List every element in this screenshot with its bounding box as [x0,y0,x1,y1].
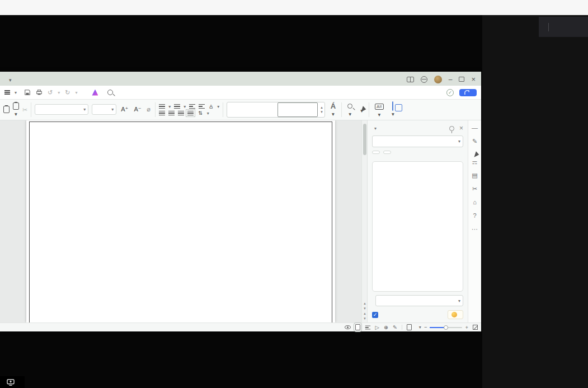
wps-restore-button[interactable] [459,77,464,82]
smart-typeset-button[interactable] [448,310,463,319]
os-titlebar [0,0,588,15]
align-left-icon[interactable] [159,111,165,115]
play-view-icon[interactable]: ▷ [375,324,379,330]
bookmark-icon[interactable]: ⌂ [473,199,477,205]
fullscreen-icon[interactable] [473,325,478,330]
participant-sidebar [482,15,588,388]
redo-icon[interactable]: ↻ [65,89,70,96]
font-size-select[interactable]: ▾ [92,104,116,115]
style-gallery-item[interactable] [227,102,276,117]
style-set-button[interactable]: Á ▾ [328,102,338,117]
table-cell[interactable] [29,121,332,322]
sync-status-icon[interactable]: ✓ [446,89,454,96]
speaking-indicator [539,17,588,37]
styles-panel-chevron-icon[interactable]: ▾ [374,126,377,131]
typeset-icon: A≡ [375,104,384,110]
notes-icon[interactable]: ▤ [472,172,477,179]
wps-close-button[interactable]: × [471,75,476,83]
member-coin-icon [451,312,457,317]
zoom-in-button[interactable]: + [465,324,468,330]
collapse-icon[interactable]: — [472,125,478,131]
cut-tool-icon[interactable]: ✂ [472,186,477,192]
paste-icon [13,102,19,110]
document-canvas[interactable] [0,120,361,322]
clear-format-icon[interactable]: ⌀ [146,106,152,113]
document-page[interactable] [26,120,335,322]
styles-panel-close-icon[interactable]: × [459,124,463,132]
more-icon[interactable]: ⋯ [472,226,478,232]
paste-button[interactable]: ▾ [13,102,19,117]
edit-mode-icon[interactable]: ✎ [393,324,397,330]
align-center-icon[interactable] [168,111,175,115]
justify-icon[interactable] [187,111,194,115]
line-spacing-icon[interactable]: ⇅ [197,110,204,116]
split-view-icon[interactable] [407,77,414,82]
style-gallery-item-selected[interactable] [277,102,318,117]
outdent-icon[interactable] [189,104,195,109]
print-icon[interactable] [36,89,43,96]
wps-ai-button[interactable] [92,90,100,96]
wps-toolbar: ▾ ✂ ▾ ▾ A⁺ A⁻ ⌀ ▾ ▾ [0,99,481,120]
document-scrollbar[interactable]: ▲▼▲▼ [361,120,367,322]
style-pen-icon: Á [331,102,336,110]
bullet-list-icon[interactable] [159,104,165,109]
scrollbar-thumb[interactable] [363,124,366,155]
pin-icon[interactable] [449,126,454,131]
styles-panel: ▾ × ▾ [367,120,468,322]
clear-format-button[interactable] [383,151,391,154]
cut-icon[interactable]: ✂ [22,106,27,114]
wps-ai-icon [92,90,98,96]
wps-tab-bar: ▾ – × [0,72,481,86]
tab-list-chevron-icon[interactable]: ▾ [9,77,12,86]
properties-icon[interactable]: ⚎ [472,159,478,165]
page-view-icon[interactable] [355,324,360,330]
hamburger-icon [4,92,10,92]
share-arrow-icon [464,90,469,95]
typeset-button[interactable]: A≡ ▾ [373,102,386,118]
indent-icon[interactable] [199,104,205,109]
show-preview-checkbox[interactable]: ✓ [372,312,378,318]
decrease-font-icon[interactable]: A⁻ [133,106,142,113]
help-icon[interactable]: ? [473,213,476,219]
style-list [372,161,463,292]
meeting-stage: ▾ – × ▾ ↺▾ ↻▾ [0,15,588,388]
wps-minimize-button[interactable]: – [449,76,453,83]
select-button[interactable]: ▾ [358,106,365,114]
new-style-button[interactable] [372,151,380,154]
increase-font-icon[interactable]: A⁺ [120,106,129,113]
show-filter-select[interactable]: ▾ [375,295,463,306]
share-button[interactable] [459,89,477,96]
save-icon[interactable] [24,89,31,96]
file-menu[interactable]: ▾ [4,90,17,95]
number-list-icon[interactable] [174,104,180,109]
scrollbar-page-buttons[interactable]: ▲▼▲▼ [362,301,368,321]
wps-window: ▾ – × ▾ ↺▾ ↻▾ [0,72,481,331]
screen-share-icon [7,379,15,386]
outline-view-icon[interactable] [365,325,370,329]
task-pane-strip: — ✎ ⚎ ▤ ✂ ⌂ ? ⋯ [468,120,481,322]
format-painter-icon [3,106,10,113]
search-icon[interactable] [107,90,113,95]
font-name-select[interactable]: ▾ [35,104,88,115]
style-search-select[interactable]: ▾ [372,135,463,147]
zoom-slider[interactable] [430,327,462,328]
arrange-button[interactable]: ▾ [389,102,397,117]
user-avatar[interactable] [434,76,442,83]
screen-share-banner [0,376,25,388]
web-view-icon[interactable]: ⊕ [384,324,388,330]
arrange-icon [392,101,393,111]
style-gallery-scroll[interactable]: ▴▾ [319,105,324,114]
status-bar: ▷ ⊕ ✎ ▾ − + [0,322,481,331]
char-scale-icon[interactable]: A̲ [208,104,214,109]
style-gallery[interactable]: ▴▾ [227,102,325,118]
fit-page-icon[interactable] [407,324,412,330]
zoom-out-button[interactable]: − [424,324,427,330]
wps-menu-bar: ▾ ↺▾ ↻▾ ✓ [0,86,481,99]
find-replace-button[interactable]: ▾ [345,102,355,117]
preview-eye-icon[interactable] [345,325,351,329]
align-right-icon[interactable] [178,111,184,115]
format-painter-button[interactable] [3,106,10,114]
pen-tool-icon[interactable]: ✎ [472,138,477,144]
undo-icon[interactable]: ↺ [48,89,53,96]
globe-icon[interactable] [421,76,427,83]
